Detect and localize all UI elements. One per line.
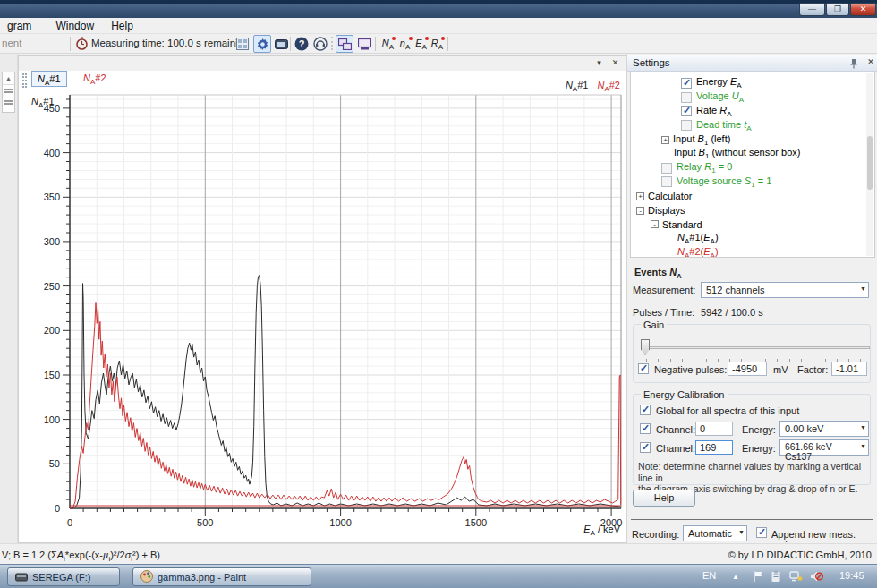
x-axis-title[interactable]: EA / keV [583, 524, 620, 537]
settings-title: Settings [633, 57, 670, 68]
global-checkbox[interactable] [640, 405, 651, 415]
display-icon[interactable] [272, 35, 290, 53]
settings-tree: Energy EAVoltage UARate RADead time tA+I… [630, 72, 875, 258]
menu-item-help[interactable]: Help [104, 18, 140, 34]
module-b-icon[interactable] [355, 35, 373, 53]
tree-checkbox[interactable] [661, 163, 672, 174]
tree-expander-icon[interactable]: + [636, 192, 644, 200]
channel2-checkbox[interactable] [640, 442, 651, 453]
tree-item-label: Relay R1 = 0 [677, 161, 732, 175]
quantity-na-small-button[interactable]: nA [396, 36, 413, 52]
settings-gear-icon[interactable] [253, 35, 271, 53]
tray-network-icon[interactable] [789, 570, 802, 583]
svg-text:1500: 1500 [465, 517, 487, 528]
drive-icon [15, 571, 28, 584]
tree-item[interactable]: NA#1(EA) [631, 232, 874, 246]
gain-slider-thumb[interactable] [641, 339, 650, 355]
tree-checkbox[interactable] [681, 92, 692, 103]
tree-item-label: NA#2(EA) [677, 246, 719, 258]
tray-hidden-icons[interactable]: ▲ [732, 573, 739, 581]
svg-text:1000: 1000 [329, 517, 351, 528]
tree-expander-icon[interactable]: - [636, 207, 644, 215]
quantity-ea-button[interactable]: EA [413, 36, 430, 52]
tray-language[interactable]: EN [702, 570, 716, 581]
svg-text:0: 0 [67, 517, 72, 528]
negative-pulses-input[interactable]: -4950 [728, 362, 767, 376]
quantity-ra-button[interactable]: RA [429, 36, 446, 52]
tree-item[interactable]: Relay R1 = 0 [631, 161, 874, 175]
help-button[interactable]: Help [633, 490, 695, 507]
settings-close-icon[interactable]: ✕ [865, 57, 876, 69]
tree-item[interactable]: NA#2(EA) [631, 246, 874, 258]
chart-panel: ▾ ✕ NA#1 NA#2 NA#1NA#2 NA#1 050010001500… [18, 55, 626, 543]
factor-input[interactable]: -1.01 [831, 362, 867, 376]
tree-item[interactable]: Dead time tA [631, 118, 874, 132]
tree-checkbox[interactable] [681, 106, 692, 116]
svg-text:350: 350 [44, 192, 60, 202]
channel1-input[interactable]: 0 [695, 422, 733, 436]
restore-button[interactable]: ❐ [826, 3, 849, 16]
tree-item-label: Rate RA [696, 105, 732, 118]
svg-text:?: ? [299, 38, 305, 49]
energy2-label: Energy: [742, 443, 776, 454]
taskbar-button-paint[interactable]: gamma3.png - Paint [132, 567, 311, 586]
title-bar-edge [0, 0, 877, 4]
toolbar-grip [331, 37, 333, 50]
svg-text:450: 450 [44, 103, 60, 114]
copyright: © by LD DIDACTIC GmbH, 2010 [728, 550, 872, 560]
quantity-na-button[interactable]: NA [379, 36, 396, 52]
minimize-button[interactable]: — [799, 3, 825, 16]
tree-item-label: Input B1 (left) [673, 133, 730, 147]
tree-item-label: Dead time tA [696, 119, 752, 132]
tree-expander-icon[interactable]: + [661, 136, 669, 144]
global-label: Global for all spectra of this input [656, 405, 799, 416]
recording-select[interactable]: Automatic [683, 525, 747, 541]
tray-clock[interactable]: 19:45 [839, 570, 864, 581]
tree-item[interactable]: -Displays [631, 203, 874, 217]
spectrum-plot[interactable]: 0500100015002000050100150200250300350400… [19, 56, 626, 542]
tree-item[interactable]: +Calculator [631, 189, 874, 203]
negative-pulses-checkbox[interactable] [638, 363, 649, 374]
measurement-select[interactable]: 512 channels [701, 282, 869, 298]
tree-checkbox[interactable] [681, 120, 692, 131]
energy2-select[interactable]: 661.66 keV Cs137 [779, 439, 869, 456]
svg-text:150: 150 [44, 370, 60, 380]
tray-clipboard-icon[interactable] [770, 570, 782, 583]
tree-item[interactable]: Voltage UA [631, 90, 874, 105]
menu-item-diagram[interactable]: gram [0, 18, 38, 34]
channel1-checkbox[interactable] [640, 423, 651, 434]
gain-slider-track[interactable] [644, 346, 870, 349]
support-icon[interactable] [311, 35, 329, 53]
tray-flag-icon[interactable] [752, 570, 764, 583]
menu-item-window[interactable]: Window [48, 18, 101, 34]
tree-item[interactable]: -Standard [631, 217, 874, 232]
energy1-select[interactable]: 0.00 keV [779, 421, 869, 437]
grip-icon[interactable] [4, 89, 13, 105]
tree-item[interactable]: +Input B1 (left) [631, 132, 874, 147]
tray-speaker-muted-icon[interactable] [810, 570, 822, 583]
tree-checkbox[interactable] [681, 78, 692, 89]
channel2-input[interactable]: 169 [695, 440, 733, 455]
close-button[interactable]: ✕ [850, 3, 876, 16]
comment-input[interactable]: nent [2, 38, 21, 48]
scroll-up-icon[interactable]: ▲ [3, 72, 14, 85]
left-scrollbar[interactable]: ▲ [2, 72, 15, 113]
module-a-icon[interactable] [336, 35, 353, 53]
append-checkbox[interactable] [756, 527, 767, 538]
taskbar-button-serega[interactable]: SEREGA (F:) [7, 567, 120, 586]
tree-item[interactable]: Voltage source S1 = 1 [631, 175, 874, 190]
layout-icon[interactable] [234, 35, 251, 53]
svg-text:200: 200 [44, 325, 60, 336]
tree-checkbox[interactable] [661, 176, 672, 187]
tree-item[interactable]: Input B1 (without sensor box) [631, 147, 874, 161]
help-icon[interactable]: ? [293, 35, 311, 53]
tree-item[interactable]: Energy EA [631, 76, 874, 90]
tree-item-label: Input B1 (without sensor box) [674, 147, 800, 160]
tree-expander-icon[interactable]: - [651, 220, 659, 228]
tree-item-label: NA#1(EA) [677, 232, 719, 245]
menu-bar: gram Window Help [0, 18, 877, 34]
factor-label: Factor: [797, 364, 828, 375]
svg-text:400: 400 [44, 148, 60, 158]
pin-icon[interactable] [847, 58, 858, 69]
tree-item[interactable]: Rate RA [631, 105, 874, 119]
